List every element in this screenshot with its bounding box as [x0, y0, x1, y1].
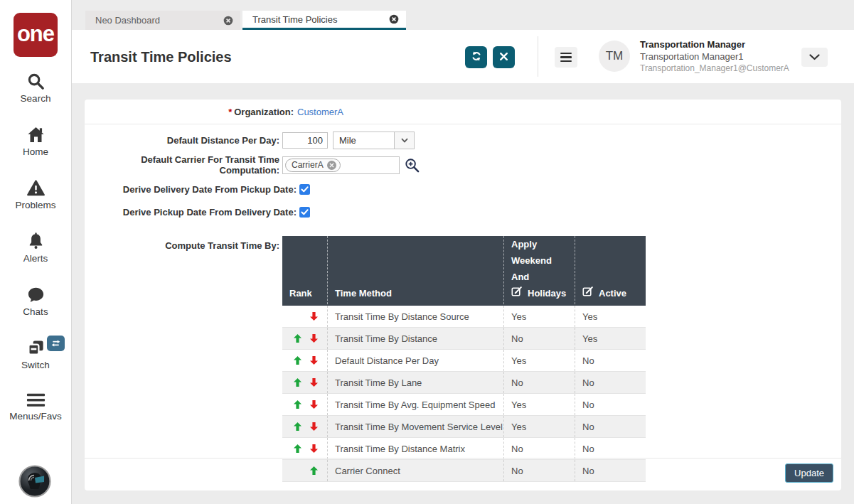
neo-assistant-logo[interactable]: [18, 465, 51, 498]
active-cell: No: [575, 372, 646, 393]
rank-cell: [282, 372, 327, 393]
user-email: Transportation_Manager1@CustomerA: [640, 63, 789, 75]
sidebar-item-search[interactable]: Search: [0, 72, 71, 104]
chip-remove-icon[interactable]: [327, 161, 336, 170]
move-up-icon[interactable]: [294, 400, 301, 409]
move-down-icon[interactable]: [310, 312, 318, 321]
move-up-icon[interactable]: [294, 378, 301, 387]
header-divider: [538, 36, 538, 77]
apply-weekend-cell: Yes: [503, 306, 575, 327]
derive-delivery-row: Derive Delivery Date From Pickup Date:: [85, 181, 841, 198]
edit-column-icon[interactable]: [511, 285, 522, 301]
table-row: Default Distance Per Day Yes No: [282, 350, 646, 372]
time-method-cell: Transit Time By Distance: [327, 328, 503, 349]
warning-triangle-icon: [26, 178, 46, 198]
table-row: Carrier Connect No No: [282, 460, 646, 482]
distance-unit-select[interactable]: Mile: [333, 132, 415, 149]
sidebar-item-home[interactable]: Home: [0, 125, 71, 157]
header-menu-button[interactable]: [555, 47, 577, 68]
sidebar-item-label: Search: [21, 93, 51, 104]
page-title: Transit Time Policies: [90, 48, 232, 65]
time-method-cell: Transit Time By Distance Matrix: [327, 438, 503, 459]
refresh-icon: [471, 50, 482, 64]
close-icon: [499, 52, 508, 63]
rank-cell: [282, 416, 327, 437]
organization-value-link[interactable]: CustomerA: [297, 107, 343, 117]
move-down-icon[interactable]: [310, 334, 318, 343]
sidebar-item-problems[interactable]: Problems: [0, 178, 71, 210]
footer-divider: [85, 458, 841, 459]
move-up-icon[interactable]: [294, 444, 301, 453]
sidebar-nav: Search Home Problems Alerts Chats: [0, 72, 71, 422]
apply-weekend-cell: No: [503, 460, 575, 481]
table-row: Transit Time By Movement Service Level Y…: [282, 416, 646, 438]
move-up-icon[interactable]: [294, 356, 301, 365]
sidebar-item-label: Chats: [23, 306, 48, 317]
apply-weekend-cell: Yes: [503, 350, 575, 371]
avatar[interactable]: TM: [599, 41, 630, 72]
carrier-chip: CarrierA: [285, 159, 341, 172]
active-cell: Yes: [575, 306, 646, 327]
default-carrier-input[interactable]: CarrierA: [282, 156, 400, 174]
rank-cell: [282, 350, 327, 371]
table-row: Transit Time By Distance Matrix No No: [282, 438, 646, 460]
tab-neo-dashboard[interactable]: Neo Dashboard: [85, 11, 240, 30]
close-page-button[interactable]: [493, 46, 515, 68]
refresh-button[interactable]: [465, 46, 487, 68]
active-cell: No: [575, 416, 646, 437]
rank-cell: [282, 306, 327, 327]
apply-weekend-cell: Yes: [503, 394, 575, 415]
apply-weekend-cell: No: [503, 328, 575, 349]
one-logo[interactable]: one: [14, 13, 58, 57]
tab-transit-time-policies[interactable]: Transit Time Policies: [242, 11, 406, 30]
derive-delivery-label: Derive Delivery Date From Pickup Date:: [85, 184, 297, 195]
move-up-icon[interactable]: [310, 466, 318, 475]
update-button[interactable]: Update: [785, 463, 833, 483]
default-distance-label: Default Distance Per Day:: [85, 135, 279, 146]
user-name: Transportation Manager1: [640, 51, 789, 63]
active-cell: Yes: [575, 328, 646, 349]
tab-close-icon[interactable]: [223, 16, 233, 26]
apply-weekend-cell: No: [503, 372, 575, 393]
tab-bar: Neo Dashboard Transit Time Policies: [72, 11, 854, 30]
home-icon: [26, 125, 46, 144]
tab-label: Neo Dashboard: [95, 15, 218, 26]
table-row: Transit Time By Distance No Yes: [282, 328, 646, 350]
switch-badge-icon[interactable]: [47, 336, 65, 351]
sidebar-item-alerts[interactable]: Alerts: [0, 232, 71, 264]
switch-windows-icon: [26, 338, 46, 358]
avatar-initials: TM: [606, 49, 624, 63]
sidebar-item-switch[interactable]: Switch: [0, 338, 71, 370]
required-asterisk: *: [228, 107, 232, 117]
move-down-icon[interactable]: [310, 356, 318, 365]
sidebar-item-chats[interactable]: Chats: [0, 285, 71, 317]
sidebar-item-label: Switch: [21, 360, 50, 370]
chevron-down-icon: [809, 52, 820, 63]
one-logo-text: one: [17, 23, 54, 45]
move-up-icon[interactable]: [294, 422, 301, 431]
table-body: Transit Time By Distance Source Yes Yes …: [282, 306, 646, 482]
carrier-lookup-icon[interactable]: [405, 158, 420, 173]
carrier-chip-label: CarrierA: [292, 160, 324, 170]
edit-column-icon[interactable]: [582, 285, 593, 301]
move-down-icon[interactable]: [310, 422, 318, 431]
move-down-icon[interactable]: [310, 400, 318, 409]
active-cell: No: [575, 394, 646, 415]
derive-delivery-checkbox[interactable]: [299, 184, 310, 195]
time-method-cell: Transit Time By Distance Source: [327, 306, 503, 327]
move-down-icon[interactable]: [310, 444, 318, 453]
user-menu-chevron-button[interactable]: [801, 48, 828, 67]
policy-form-card: *Organization: CustomerA Default Distanc…: [85, 100, 841, 490]
sidebar-item-label: Home: [23, 146, 48, 157]
default-distance-input[interactable]: [282, 132, 328, 149]
time-method-column-header: Time Method: [327, 236, 503, 308]
move-down-icon[interactable]: [310, 378, 318, 387]
select-caret: [394, 132, 414, 149]
distance-unit-value: Mile: [333, 135, 394, 146]
sidebar: one Search Home Problems Alerts: [0, 0, 72, 504]
derive-pickup-checkbox[interactable]: [299, 207, 310, 218]
active-cell: No: [575, 460, 646, 481]
tab-close-icon[interactable]: [389, 14, 399, 24]
sidebar-item-menus-favs[interactable]: Menus/Favs: [0, 392, 71, 422]
move-up-icon[interactable]: [294, 334, 301, 343]
